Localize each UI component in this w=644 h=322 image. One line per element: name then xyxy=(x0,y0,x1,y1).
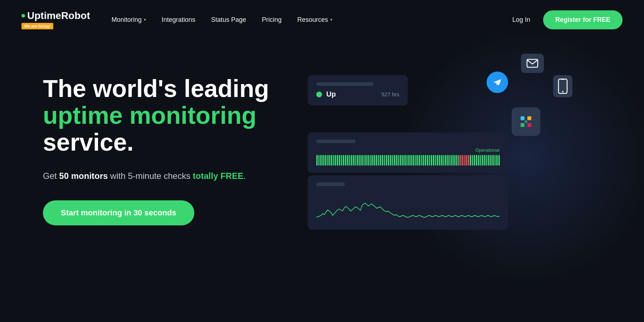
uptime-bar xyxy=(476,155,477,166)
card-bar-placeholder xyxy=(316,182,345,186)
uptime-bar xyxy=(345,155,346,166)
uptime-bar xyxy=(374,155,375,166)
uptime-bar xyxy=(327,155,328,166)
card-bar-placeholder xyxy=(316,140,356,143)
uptime-bar xyxy=(415,155,416,166)
uptime-bar xyxy=(425,155,426,166)
nav-links: Monitoring ▾ Integrations Status Page Pr… xyxy=(112,16,512,24)
waveform-svg xyxy=(316,190,499,223)
svg-rect-6 xyxy=(527,116,531,120)
uptime-bar xyxy=(322,155,324,166)
uptime-bar xyxy=(451,155,453,166)
uptime-bar xyxy=(419,155,420,166)
uptime-bar xyxy=(431,155,432,166)
uptime-bar xyxy=(367,155,369,166)
uptime-bar xyxy=(490,155,492,166)
uptime-bar xyxy=(480,155,482,166)
uptime-bar xyxy=(339,155,340,166)
uptime-bar xyxy=(492,155,494,166)
uptime-bar xyxy=(453,155,455,166)
uptime-bar xyxy=(392,155,394,166)
uptime-bar xyxy=(380,155,381,166)
login-link[interactable]: Log In xyxy=(512,16,530,24)
status-label: Up xyxy=(326,90,336,98)
svg-rect-8 xyxy=(525,120,527,123)
uptime-bar xyxy=(343,155,344,166)
uptime-bar xyxy=(351,155,352,166)
nav-resources[interactable]: Resources ▾ xyxy=(297,16,332,24)
hero-subtext: Get 50 monitors with 5-minute checks tot… xyxy=(43,170,286,182)
chevron-down-icon: ▾ xyxy=(330,17,332,22)
uptime-bar xyxy=(443,155,445,166)
uptime-bar xyxy=(441,155,443,166)
svg-rect-5 xyxy=(521,123,525,127)
uptime-bar xyxy=(370,155,371,166)
cta-button[interactable]: Start monitoring in 30 seconds xyxy=(43,200,194,225)
uptime-bar xyxy=(429,155,430,166)
graph-card xyxy=(308,175,508,230)
register-button[interactable]: Register for FREE xyxy=(543,10,623,29)
uptime-bar xyxy=(365,155,367,166)
svg-rect-4 xyxy=(521,116,525,120)
svg-point-2 xyxy=(562,91,564,92)
uptime-bar xyxy=(404,155,406,166)
uptime-bar xyxy=(402,155,404,166)
uptime-bar xyxy=(421,155,422,166)
uptime-bar xyxy=(486,155,488,166)
uptime-bar xyxy=(478,155,479,166)
uptime-bar xyxy=(468,155,469,166)
uptime-bar xyxy=(378,155,379,166)
uptime-bar xyxy=(316,155,318,166)
hero-text: The world's leading uptime monitoring se… xyxy=(43,54,286,225)
uptime-bar xyxy=(458,155,459,166)
nav-integrations[interactable]: Integrations xyxy=(162,16,195,24)
uptime-bar xyxy=(435,155,436,166)
uptime-bar xyxy=(349,155,351,166)
uptime-bar xyxy=(482,155,483,166)
uptime-bar xyxy=(439,155,440,166)
uptime-bar xyxy=(408,155,410,166)
nav-status-page[interactable]: Status Page xyxy=(211,16,246,24)
logo-name: UptimeRobot xyxy=(27,10,90,21)
uptime-bar xyxy=(386,155,387,166)
nav-actions: Log In Register for FREE xyxy=(512,10,623,29)
uptime-bar xyxy=(474,155,475,166)
status-card: Up 527 hrs xyxy=(308,75,408,106)
uptime-bar xyxy=(371,155,373,166)
uptime-bar xyxy=(449,155,451,166)
uptime-bar xyxy=(320,155,322,166)
uptime-bar xyxy=(394,155,395,166)
uptime-bar xyxy=(447,155,449,166)
uptime-bar xyxy=(498,155,500,166)
uptime-bar xyxy=(333,155,334,166)
uptime-bar xyxy=(437,155,438,166)
uptime-bar xyxy=(331,155,332,166)
uptime-bar xyxy=(359,155,361,166)
hero-visuals: Up 527 hrs Operational xyxy=(286,54,623,322)
uptime-bars xyxy=(316,155,499,166)
uptime-bar xyxy=(455,155,457,166)
hero-section: The world's leading uptime monitoring se… xyxy=(0,39,644,322)
uptime-bar xyxy=(488,155,489,166)
uptime-bar xyxy=(496,155,498,166)
uptime-bar xyxy=(341,155,342,166)
uptime-bar xyxy=(353,155,355,166)
status-dot xyxy=(316,92,322,97)
uptime-bar xyxy=(390,155,391,166)
uptime-bar xyxy=(413,155,414,166)
logo[interactable]: UptimeRobot We are hiring! xyxy=(21,10,90,29)
slack-icon xyxy=(512,107,540,136)
svg-rect-3 xyxy=(561,79,565,80)
uptime-bar xyxy=(459,155,461,166)
nav-monitoring[interactable]: Monitoring ▾ xyxy=(112,16,146,24)
navbar: UptimeRobot We are hiring! Monitoring ▾ … xyxy=(0,0,644,39)
uptime-bar xyxy=(328,155,330,166)
uptime-bar xyxy=(398,155,400,166)
hero-heading: The world's leading uptime monitoring se… xyxy=(43,75,286,155)
nav-pricing[interactable]: Pricing xyxy=(262,16,282,24)
uptime-bar xyxy=(445,155,447,166)
uptime-bar xyxy=(472,155,473,166)
status-hours: 527 hrs xyxy=(381,91,399,97)
graph-area xyxy=(316,190,499,223)
uptime-bar xyxy=(376,155,377,166)
